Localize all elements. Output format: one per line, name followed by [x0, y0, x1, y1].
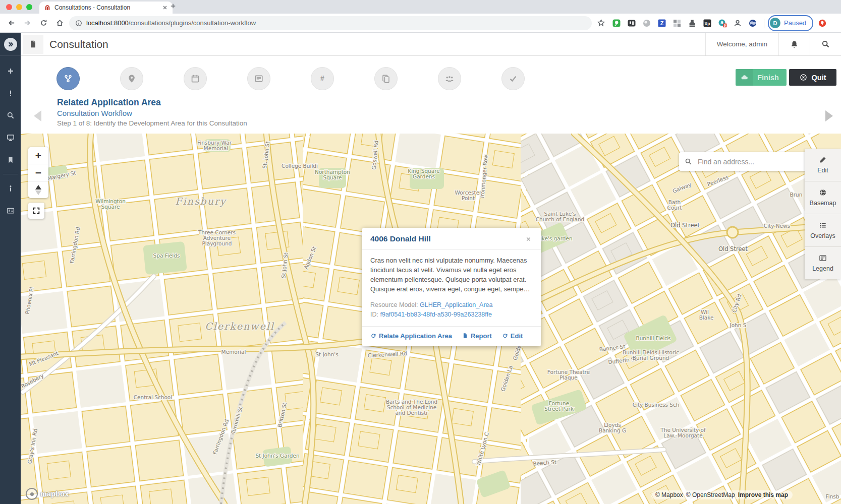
- quit-button[interactable]: Quit: [789, 69, 836, 86]
- map-canvas[interactable]: Finsbury WarMemorialSt. John StCollege B…: [21, 134, 841, 504]
- window-zoom-button[interactable]: [26, 4, 32, 10]
- welcome-admin-link[interactable]: Welcome, admin: [705, 33, 778, 55]
- legend-icon: [819, 254, 827, 262]
- workflow-step-4[interactable]: [247, 67, 270, 90]
- workflow-step-3[interactable]: [184, 67, 207, 90]
- forward-button[interactable]: [21, 17, 34, 30]
- reload-button[interactable]: [37, 17, 50, 30]
- sphere-extension-icon: [642, 19, 651, 28]
- workflow-step-8[interactable]: [501, 67, 525, 90]
- sphere-extension-button[interactable]: [642, 18, 652, 28]
- grid-extension-button[interactable]: [672, 18, 682, 28]
- search-icon: [685, 158, 692, 165]
- improve-map-link[interactable]: Improve this map: [738, 491, 788, 498]
- url-host: localhost:8000: [86, 19, 129, 27]
- next-step-arrow[interactable]: [825, 110, 833, 121]
- address-search-box[interactable]: [679, 152, 817, 171]
- star-icon: [597, 19, 605, 27]
- workflow-step-5[interactable]: #: [311, 67, 334, 90]
- map-label: John S: [730, 322, 747, 328]
- tab-close-button[interactable]: [162, 5, 168, 11]
- url-path: /consultations/plugins/consultation-work…: [129, 19, 256, 27]
- map-label: Old Street: [670, 222, 700, 229]
- notifications-button[interactable]: [778, 33, 810, 55]
- header-search-button[interactable]: [810, 33, 841, 55]
- popup-link-report[interactable]: Report: [462, 332, 492, 340]
- map-label: Old Street: [718, 245, 748, 253]
- compass-button[interactable]: [28, 181, 48, 198]
- search-icon: [821, 40, 830, 48]
- sidebar-item-info[interactable]: [0, 177, 21, 200]
- toolbar-divider: [764, 19, 764, 28]
- back-icon: [7, 19, 16, 27]
- sidebar-item-search[interactable]: [0, 104, 21, 127]
- search-icon: [685, 158, 692, 165]
- workflow-branch-icon: [64, 74, 73, 83]
- map-tool-legend[interactable]: Legend: [805, 247, 841, 279]
- evernote-extension-button[interactable]: [611, 18, 622, 28]
- address-search-input[interactable]: [697, 157, 812, 166]
- workflow-step-2[interactable]: [120, 67, 143, 90]
- assistant-extension-button[interactable]: a9: [717, 18, 727, 28]
- xp-extension-button[interactable]: Xp: [702, 18, 712, 28]
- resource-model-link[interactable]: GLHER_Application_Area: [420, 301, 493, 308]
- sidebar-item-vcard[interactable]: [0, 200, 21, 222]
- page-info-icon[interactable]: [75, 20, 82, 27]
- popup-description: Cras non velit nec nisi vulputate nonumm…: [370, 256, 533, 294]
- popup-link-relate-application-area[interactable]: Relate Application Area: [370, 332, 452, 340]
- map-tool-overlays[interactable]: Overlays: [805, 214, 841, 247]
- map-label: St John's Garden: [255, 453, 299, 459]
- finish-button[interactable]: Finish: [736, 69, 787, 86]
- back-button[interactable]: [5, 17, 18, 30]
- map-label: Burial Ground: [633, 355, 669, 361]
- zoom-out-button[interactable]: −: [28, 164, 48, 181]
- map-tool-edit[interactable]: Edit: [805, 149, 841, 181]
- browser-tab[interactable]: Consultations - Consultation: [39, 2, 173, 14]
- mapbox-logo[interactable]: mapbox: [26, 488, 69, 500]
- popup-close-button[interactable]: [524, 234, 533, 243]
- workflow-step-7[interactable]: [438, 67, 461, 90]
- map-tool-basemap[interactable]: Basemap: [805, 181, 841, 214]
- sidebar-item-exclamation[interactable]: [0, 82, 21, 104]
- tab-title: Consultations - Consultation: [54, 4, 158, 11]
- map-label: Finsbury: [175, 196, 227, 207]
- workflow-step-1[interactable]: [57, 67, 80, 90]
- profile-paused-button[interactable]: D Paused: [768, 15, 813, 31]
- red-drop-extension-icon[interactable]: [817, 18, 827, 28]
- person-extension-button[interactable]: [733, 18, 743, 28]
- finish-label: Finish: [753, 74, 787, 82]
- window-minimize-button[interactable]: [16, 4, 22, 10]
- popup-link-edit[interactable]: Edit: [502, 332, 523, 340]
- sidebar-item-bookmark[interactable]: [0, 149, 21, 171]
- search-icon: [821, 40, 830, 48]
- new-tab-button[interactable]: [170, 3, 177, 10]
- bookmark-star-button[interactable]: [595, 17, 607, 29]
- bookmark-icon: [7, 156, 15, 164]
- fullscreen-button[interactable]: [28, 203, 44, 219]
- resource-id-link[interactable]: f9af0541-bb83-48fd-a530-99a263238ffe: [380, 311, 492, 318]
- window-close-button[interactable]: [6, 4, 12, 10]
- feature-popup: 4006 Donald Hill Cras non velit nec nisi…: [362, 228, 541, 346]
- mapbox-attribution-link[interactable]: © Mapbox: [655, 491, 683, 498]
- person-extension-icon: [733, 19, 742, 28]
- map-label: and Dentistr: [395, 410, 428, 416]
- home-button[interactable]: [53, 17, 66, 30]
- vcard-icon: [7, 207, 15, 215]
- sidebar-toggle[interactable]: [0, 33, 21, 56]
- previous-step-arrow[interactable]: [34, 110, 41, 121]
- address-bar[interactable]: localhost:8000/consultations/plugins/con…: [69, 16, 592, 30]
- zoom-in-button[interactable]: +: [28, 147, 48, 164]
- zotero-extension-button[interactable]: Z: [657, 18, 667, 28]
- kanban-extension-button[interactable]: [627, 18, 637, 28]
- map-label: Square: [101, 204, 120, 210]
- map-tool-label: Legend: [812, 265, 833, 272]
- globe-extension-button[interactable]: [748, 18, 758, 28]
- sidebar-item-plus[interactable]: [0, 60, 21, 82]
- sidebar-item-desktop[interactable]: [0, 127, 21, 149]
- workflow-step-6[interactable]: [374, 67, 398, 90]
- map-label: Plaque: [559, 374, 577, 381]
- stamp-extension-button[interactable]: [687, 18, 697, 28]
- popup-link-label: Report: [471, 332, 492, 340]
- osm-attribution-link[interactable]: © OpenStreetMap: [686, 491, 735, 498]
- resource-file-button[interactable]: [23, 35, 43, 54]
